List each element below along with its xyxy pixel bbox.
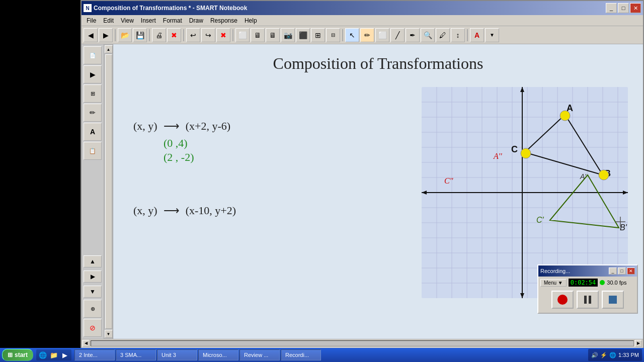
recording-time-display: 0:02:54 <box>569 279 598 287</box>
whiteboard[interactable]: Composition of Transformations (x, y) ⟶ … <box>113 44 643 339</box>
toolbar-separator-5 <box>342 29 343 41</box>
move-tool[interactable]: ↕ <box>451 28 465 42</box>
taskbar-item-3[interactable]: Unit 3 <box>157 349 197 360</box>
quick-launch-media[interactable]: ▶ <box>60 350 70 360</box>
record-icon <box>556 294 569 306</box>
menu-draw[interactable]: Draw <box>186 16 206 25</box>
taskbar-item-6[interactable]: Recordi... <box>281 349 321 360</box>
recording-title-buttons: _ □ ✕ <box>609 267 635 275</box>
save-button[interactable]: 💾 <box>133 28 147 42</box>
toolbar-separator-2 <box>149 29 150 41</box>
maximize-button[interactable]: □ <box>618 3 629 13</box>
minimize-button[interactable]: _ <box>606 3 617 13</box>
formula1-right: (x+2, y-6) <box>186 120 230 133</box>
taskbar-item-2[interactable]: 3 SMA... <box>116 349 156 360</box>
menu-help[interactable]: Help <box>242 16 260 25</box>
sidebar-shape-tool[interactable]: 📋 <box>84 142 102 160</box>
record-button[interactable]: ⬛ <box>296 28 310 42</box>
main-area: 📄 ▶ ⊞ ✏ A 📋 ▲ ▶ ▼ ⊕ ⊘ ▲ ▼ Composition of… <box>82 44 643 339</box>
quick-launch-ie[interactable]: 🌐 <box>38 350 48 360</box>
line-tool[interactable]: ╱ <box>390 28 405 42</box>
quick-launch-folder[interactable]: 📁 <box>49 350 59 360</box>
open-button[interactable]: 📂 <box>118 28 132 42</box>
menu-insert[interactable]: Insert <box>138 16 159 25</box>
green-coords-2: (2 , -2) <box>164 151 236 164</box>
taskbar-item-5[interactable]: Review ... <box>239 349 280 360</box>
bottom-scrollbar: ◀ ▶ <box>82 339 643 347</box>
sidebar-text-tool[interactable]: A <box>84 123 102 141</box>
text-color-arrow[interactable]: ▼ <box>485 28 499 42</box>
menu-format[interactable]: Format <box>160 16 185 25</box>
text-color-button[interactable]: A <box>470 28 484 42</box>
recording-menu-button[interactable]: Menu ▼ <box>540 279 567 287</box>
screen-button-2[interactable]: 🖥 <box>251 28 265 42</box>
clear-button[interactable]: ✖ <box>216 28 230 42</box>
recording-controls-row: Menu ▼ 0:02:54 30.0 fps <box>540 279 635 287</box>
page-scroll: ▲ ▼ <box>104 44 113 339</box>
app-window: N Composition of Transformations * - SMA… <box>80 0 644 352</box>
stop-button[interactable] <box>602 291 624 309</box>
scroll-up-button[interactable]: ▲ <box>105 45 113 53</box>
sidebar-grid-tool[interactable]: ⊞ <box>84 84 102 103</box>
menu-response[interactable]: Response <box>207 16 240 25</box>
nav-right-arrow[interactable]: ▶ <box>84 270 102 283</box>
title-bar-left: N Composition of Transformations * - SMA… <box>84 4 247 12</box>
recording-minimize-button[interactable]: _ <box>609 267 617 275</box>
svg-text:C: C <box>511 144 518 154</box>
recording-playback-controls <box>540 289 635 311</box>
delete-button[interactable]: ✖ <box>167 28 181 42</box>
sidebar-page-tool[interactable]: 📄 <box>84 46 102 64</box>
grid-button[interactable]: ⊟ <box>326 28 340 42</box>
recording-restore-button[interactable]: □ <box>618 267 626 275</box>
forward-button[interactable]: ▶ <box>99 28 113 42</box>
menu-file[interactable]: File <box>84 16 99 25</box>
eraser-tool[interactable]: ⬜ <box>375 28 389 42</box>
scroll-left-button[interactable]: ◀ <box>83 340 90 347</box>
recording-fps-display: 30.0 fps <box>607 280 626 286</box>
sidebar-play-tool[interactable]: ▶ <box>84 65 102 83</box>
capture-button[interactable]: 📷 <box>281 28 295 42</box>
title-bar: N Composition of Transformations * - SMA… <box>82 1 643 15</box>
start-button[interactable]: ⊞ start <box>2 349 33 361</box>
tray-icon-3: 🌐 <box>609 352 616 358</box>
menu-bar: File Edit View Insert Format Draw Respon… <box>82 15 643 26</box>
undo-button[interactable]: ↩ <box>186 28 200 42</box>
system-tray: 🔊 ⚡ 🌐 1:33 PM <box>588 349 642 361</box>
search-tool[interactable]: 🔍 <box>421 28 435 42</box>
menu-edit[interactable]: Edit <box>100 16 117 25</box>
pause-button[interactable] <box>577 291 599 309</box>
pen-tool[interactable]: ✏ <box>360 28 374 42</box>
print-button[interactable]: 🖨 <box>152 28 166 42</box>
fill-tool[interactable]: 🖊 <box>436 28 450 42</box>
nav-up-arrow[interactable]: ▲ <box>84 255 102 267</box>
recording-close-button[interactable]: ✕ <box>627 267 635 275</box>
svg-text:B': B' <box>620 223 627 232</box>
screen-button-1[interactable]: ⬜ <box>235 28 250 42</box>
back-button[interactable]: ◀ <box>84 28 98 42</box>
toolbar-separator-1 <box>115 29 116 41</box>
tray-icon-1: 🔊 <box>591 352 598 358</box>
pointer-tool[interactable]: ↖ <box>345 28 359 42</box>
svg-text:A'': A'' <box>493 152 502 160</box>
taskbar-item-1[interactable]: 2 Inte... <box>74 349 115 360</box>
shape-tool[interactable]: ✒ <box>406 28 420 42</box>
sidebar-zoom-tool[interactable]: ⊕ <box>84 300 102 318</box>
nav-down-arrow[interactable]: ▼ <box>84 286 102 298</box>
taskbar-item-4[interactable]: Microso... <box>198 349 238 360</box>
close-button[interactable]: ✕ <box>630 3 641 13</box>
table-button[interactable]: ⊞ <box>311 28 325 42</box>
scroll-down-button[interactable]: ▼ <box>105 330 113 338</box>
left-sidebar: 📄 ▶ ⊞ ✏ A 📋 ▲ ▶ ▼ ⊕ ⊘ <box>82 44 104 339</box>
sidebar-alert-tool[interactable]: ⊘ <box>84 319 102 337</box>
toolbar-separator-4 <box>232 29 233 41</box>
redo-button[interactable]: ↪ <box>201 28 215 42</box>
screen-button-3[interactable]: 🖥 <box>266 28 280 42</box>
record-button[interactable] <box>551 291 574 309</box>
svg-rect-49 <box>584 296 587 304</box>
sidebar-pen-tool[interactable]: ✏ <box>84 104 102 122</box>
svg-text:C'': C'' <box>444 176 453 185</box>
slide-title: Composition of Transformations <box>113 44 643 73</box>
scroll-right-button[interactable]: ▶ <box>635 340 642 347</box>
menu-view[interactable]: View <box>118 16 137 25</box>
recording-status-indicator <box>600 280 605 285</box>
